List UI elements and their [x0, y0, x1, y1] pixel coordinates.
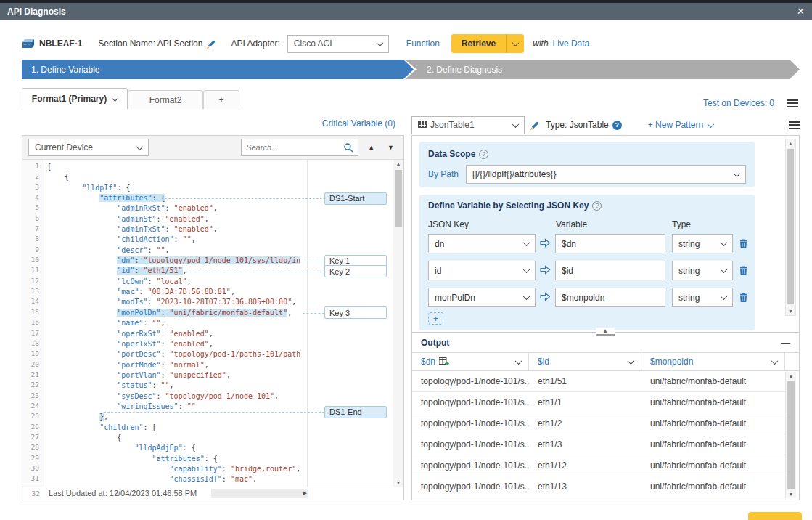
tab-format2[interactable]: Format2	[128, 90, 203, 109]
bottom-action-button[interactable]	[748, 512, 802, 520]
json-source-panel: Current Device ▲ ▼ 123456789101112131415…	[22, 135, 404, 500]
table-row[interactable]: topology/pod-1/node-101/s...eth1/3uni/fa…	[412, 434, 785, 455]
retrieve-split-button[interactable]: Retrieve	[451, 34, 524, 53]
type-select[interactable]: string	[672, 288, 733, 307]
tab-format1[interactable]: Format1 (Primary)	[22, 88, 128, 109]
wizard-steps: 1. Define Variable 2. Define Diagnosis	[22, 60, 800, 79]
pattern-select[interactable]: JsonTable1	[411, 116, 525, 134]
delete-row-trash-icon[interactable]	[739, 239, 747, 248]
table-row[interactable]: topology/pod-1/node-101/s...eth1/13uni/f…	[412, 476, 785, 497]
retrieve-button[interactable]: Retrieve	[451, 34, 506, 53]
scrollbar-thumb[interactable]	[787, 149, 794, 304]
output-column-label: $dn	[421, 357, 435, 367]
chevron-down-icon	[628, 357, 635, 365]
search-input[interactable]	[246, 143, 340, 152]
output-cell: topology/pod-1/node-101/s...	[412, 418, 529, 428]
scroll-up-icon[interactable]: ▲	[786, 373, 796, 378]
scroll-down-icon[interactable]: ▼	[393, 480, 403, 485]
tab-add-format[interactable]: +	[203, 90, 239, 109]
type-value: string	[678, 266, 700, 276]
table-row[interactable]: topology/pod-1/node-101/s...eth1/2uni/fa…	[412, 413, 785, 434]
output-cell: uni/fabric/monfab-default	[641, 376, 785, 386]
output-title: Output	[421, 338, 449, 348]
output-cell: topology/pod-1/node-101/s...	[412, 482, 529, 492]
output-column-header[interactable]: $monpoldn	[641, 353, 785, 370]
header-row: NBLEAF-1 Section Name: API Section API A…	[22, 33, 800, 54]
menu-icon[interactable]	[787, 97, 798, 109]
close-icon[interactable]: ✕	[797, 7, 805, 16]
scroll-right-icon[interactable]: ▶	[303, 490, 307, 496]
output-column-header[interactable]: $id	[529, 353, 641, 370]
step-define-diagnosis[interactable]: 2. Define Diagnosis	[405, 60, 800, 79]
variable-name-input[interactable]	[555, 288, 665, 307]
source-toolbar: Current Device ▲ ▼	[22, 136, 403, 160]
test-on-devices-link[interactable]: Test on Devices: 0	[703, 98, 774, 108]
scroll-down-icon[interactable]: ▼	[786, 492, 796, 497]
chevron-down-icon	[708, 121, 715, 128]
code-lines[interactable]: [ { "lldpIf": { "attributes": { "adminRx…	[44, 160, 307, 487]
path-select[interactable]: []/{}/lldpIf{}/attributes{}	[466, 165, 746, 184]
delete-row-trash-icon[interactable]	[739, 266, 747, 275]
chevron-down-icon	[515, 357, 522, 365]
function-link[interactable]: Function	[406, 38, 440, 49]
retrieve-dropdown-button[interactable]	[506, 34, 524, 53]
editor-horizontal-scrollbar[interactable]: ▶	[211, 489, 308, 498]
help-icon[interactable]: ?	[592, 201, 602, 211]
search-next-icon[interactable]: ▼	[384, 141, 398, 154]
critical-variable-link-wrap: Critical Variable (0)	[312, 118, 395, 129]
critical-variable-link[interactable]: Critical Variable (0)	[322, 118, 395, 129]
scrollbar-thumb[interactable]	[787, 381, 795, 489]
chevron-down-icon	[376, 39, 383, 46]
json-editor[interactable]: 1234567891011121314151617181920212223242…	[22, 160, 403, 487]
search-prev-icon[interactable]: ▲	[364, 141, 378, 154]
delete-row-trash-icon[interactable]	[739, 293, 747, 302]
table-row[interactable]: topology/pod-1/node-101/s...eth1/51uni/f…	[412, 371, 785, 392]
editor-vertical-scrollbar[interactable]: ▲ ▼	[393, 160, 403, 487]
annotation-column	[307, 160, 393, 487]
collapse-output-icon[interactable]: ▲	[596, 328, 615, 336]
titlebar: API Diagnosis ✕	[0, 3, 812, 20]
output-cell: eth1/13	[529, 482, 641, 492]
output-column-header[interactable]: $dn	[412, 353, 529, 370]
scroll-up-icon[interactable]: ▲	[393, 161, 403, 166]
table-row[interactable]: topology/pod-1/node-101/s...eth1/12uni/f…	[412, 455, 785, 476]
step-define-variable[interactable]: 1. Define Variable	[22, 60, 414, 79]
minimize-output-icon[interactable]: —	[781, 339, 790, 346]
output-cell: topology/pod-1/node-101/s...	[412, 439, 529, 450]
scroll-up-icon[interactable]: ▲	[786, 141, 795, 146]
scrollbar-thumb[interactable]	[395, 170, 402, 227]
api-diagnosis-modal: API Diagnosis ✕ NBLEAF-1 Section Name: A…	[0, 0, 812, 520]
type-select[interactable]: string	[672, 261, 733, 280]
annotation-label[interactable]: Key 3	[324, 306, 387, 319]
variable-name-input[interactable]	[555, 261, 665, 280]
live-data-link[interactable]: Live Data	[553, 38, 590, 49]
scroll-down-icon[interactable]: ▼	[786, 309, 795, 314]
json-key-select[interactable]: dn	[428, 234, 536, 253]
edit-pattern-pencil-icon[interactable]	[530, 121, 540, 130]
pattern-menu-icon[interactable]	[789, 119, 800, 131]
output-vertical-scrollbar[interactable]: ▲ ▼	[785, 372, 796, 498]
api-adapter-select[interactable]: Cisco ACI	[287, 35, 389, 53]
map-arrow-icon	[540, 237, 551, 251]
type-select[interactable]: string	[672, 234, 733, 253]
define-variable-row: id string	[428, 261, 749, 280]
variable-name-input[interactable]	[555, 234, 665, 253]
edit-section-pencil-icon[interactable]	[207, 39, 216, 49]
search-icon[interactable]	[343, 142, 353, 153]
define-variable-title-text: Define Variable by Selecting JSON Key	[428, 200, 589, 211]
help-icon[interactable]: ?	[612, 121, 622, 130]
json-key-select[interactable]: id	[428, 261, 536, 280]
type-value: string	[678, 293, 700, 303]
help-icon[interactable]: ?	[479, 150, 488, 159]
device-scope-select[interactable]: Current Device	[28, 139, 149, 156]
table-row[interactable]: topology/pod-1/node-101/s...eth1/1uni/fa…	[412, 392, 785, 413]
new-pattern-link[interactable]: + New Pattern	[648, 120, 713, 130]
add-variable-button[interactable]: +	[428, 312, 443, 325]
define-variable-row: dn string	[428, 234, 749, 253]
col-json-key-label: JSON Key	[428, 219, 469, 229]
json-key-select[interactable]: monPolDn	[428, 288, 536, 307]
annotation-label[interactable]: Key 2	[324, 265, 387, 277]
config-vertical-scrollbar[interactable]: ▲ ▼	[785, 139, 796, 316]
annotation-label[interactable]: DS1-Start	[324, 192, 387, 205]
annotation-label[interactable]: DS1-End	[324, 406, 387, 418]
